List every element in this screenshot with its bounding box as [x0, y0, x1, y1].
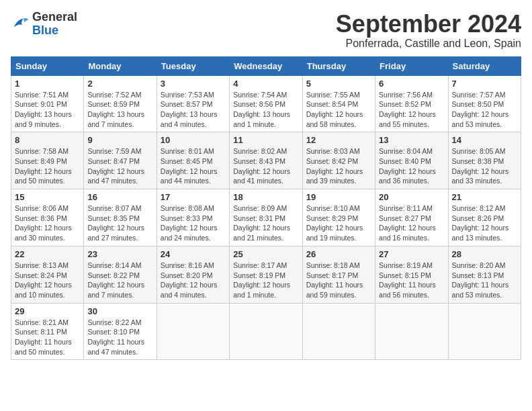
day-number: 10 — [161, 135, 226, 145]
day-details: Sunrise: 8:07 AMSunset: 8:35 PMDaylight:… — [87, 203, 152, 243]
day-details: Sunrise: 7:51 AMSunset: 9:01 PMDaylight:… — [15, 90, 80, 130]
logo-text: General Blue — [32, 11, 77, 38]
calendar-cell: 3Sunrise: 7:53 AMSunset: 8:57 PMDaylight… — [157, 75, 229, 132]
day-number: 21 — [452, 192, 517, 202]
weekday-header-friday: Friday — [375, 56, 448, 75]
calendar-week-row: 8Sunrise: 7:58 AMSunset: 8:49 PMDaylight… — [11, 132, 521, 189]
calendar-cell — [448, 303, 521, 360]
calendar-week-row: 15Sunrise: 8:06 AMSunset: 8:36 PMDayligh… — [11, 189, 521, 246]
day-number: 13 — [379, 135, 444, 145]
day-details: Sunrise: 8:10 AMSunset: 8:29 PMDaylight:… — [306, 203, 371, 243]
calendar-cell: 19Sunrise: 8:10 AMSunset: 8:29 PMDayligh… — [302, 189, 375, 246]
day-details: Sunrise: 8:16 AMSunset: 8:20 PMDaylight:… — [161, 261, 226, 300]
weekday-header-tuesday: Tuesday — [157, 56, 229, 75]
calendar-cell: 26Sunrise: 8:18 AMSunset: 8:17 PMDayligh… — [302, 246, 375, 303]
day-number: 4 — [233, 79, 298, 89]
calendar-title-area: September 2024 Ponferrada, Castille and … — [336, 11, 521, 50]
calendar-cell — [230, 303, 302, 360]
day-number: 15 — [15, 192, 80, 202]
day-details: Sunrise: 7:57 AMSunset: 8:50 PMDaylight:… — [452, 90, 517, 130]
day-details: Sunrise: 8:03 AMSunset: 8:42 PMDaylight:… — [306, 146, 371, 186]
month-title: September 2024 — [336, 11, 521, 38]
day-number: 22 — [15, 249, 80, 259]
day-number: 1 — [15, 79, 80, 89]
day-details: Sunrise: 7:53 AMSunset: 8:57 PMDaylight:… — [161, 90, 226, 130]
day-details: Sunrise: 8:08 AMSunset: 8:33 PMDaylight:… — [161, 203, 226, 243]
weekday-header-row: SundayMondayTuesdayWednesdayThursdayFrid… — [11, 56, 521, 75]
day-number: 12 — [306, 135, 371, 145]
calendar-cell: 29Sunrise: 8:21 AMSunset: 8:11 PMDayligh… — [11, 303, 84, 360]
day-details: Sunrise: 8:05 AMSunset: 8:38 PMDaylight:… — [452, 146, 517, 186]
calendar-cell — [302, 303, 375, 360]
logo-bird-icon — [11, 15, 30, 34]
calendar-cell: 6Sunrise: 7:56 AMSunset: 8:52 PMDaylight… — [375, 75, 448, 132]
calendar-cell: 5Sunrise: 7:55 AMSunset: 8:54 PMDaylight… — [302, 75, 375, 132]
calendar-cell: 12Sunrise: 8:03 AMSunset: 8:42 PMDayligh… — [302, 132, 375, 189]
day-details: Sunrise: 7:56 AMSunset: 8:52 PMDaylight:… — [379, 90, 444, 130]
day-details: Sunrise: 7:55 AMSunset: 8:54 PMDaylight:… — [306, 90, 371, 130]
day-number: 9 — [87, 135, 152, 145]
weekday-header-saturday: Saturday — [448, 56, 521, 75]
day-details: Sunrise: 8:22 AMSunset: 8:10 PMDaylight:… — [87, 318, 152, 357]
day-number: 24 — [161, 249, 226, 259]
day-number: 25 — [233, 249, 298, 259]
calendar-week-row: 29Sunrise: 8:21 AMSunset: 8:11 PMDayligh… — [11, 303, 521, 360]
day-details: Sunrise: 8:01 AMSunset: 8:45 PMDaylight:… — [161, 146, 226, 186]
calendar-cell: 4Sunrise: 7:54 AMSunset: 8:56 PMDaylight… — [230, 75, 302, 132]
calendar-cell: 30Sunrise: 8:22 AMSunset: 8:10 PMDayligh… — [84, 303, 157, 360]
calendar-week-row: 1Sunrise: 7:51 AMSunset: 9:01 PMDaylight… — [11, 75, 521, 132]
day-number: 14 — [452, 135, 517, 145]
day-number: 16 — [87, 192, 152, 202]
calendar-week-row: 22Sunrise: 8:13 AMSunset: 8:24 PMDayligh… — [11, 246, 521, 303]
calendar-cell: 28Sunrise: 8:20 AMSunset: 8:13 PMDayligh… — [448, 246, 521, 303]
day-number: 11 — [233, 135, 298, 145]
day-details: Sunrise: 8:06 AMSunset: 8:36 PMDaylight:… — [15, 203, 80, 243]
calendar-cell: 2Sunrise: 7:52 AMSunset: 8:59 PMDaylight… — [84, 75, 157, 132]
calendar-cell: 11Sunrise: 8:02 AMSunset: 8:43 PMDayligh… — [230, 132, 302, 189]
logo: General Blue — [11, 11, 77, 38]
calendar-cell: 13Sunrise: 8:04 AMSunset: 8:40 PMDayligh… — [375, 132, 448, 189]
weekday-header-thursday: Thursday — [302, 56, 375, 75]
calendar-cell — [375, 303, 448, 360]
calendar-cell: 22Sunrise: 8:13 AMSunset: 8:24 PMDayligh… — [11, 246, 84, 303]
calendar-cell: 20Sunrise: 8:11 AMSunset: 8:27 PMDayligh… — [375, 189, 448, 246]
calendar-cell: 17Sunrise: 8:08 AMSunset: 8:33 PMDayligh… — [157, 189, 229, 246]
calendar-cell: 9Sunrise: 7:59 AMSunset: 8:47 PMDaylight… — [84, 132, 157, 189]
calendar-cell: 25Sunrise: 8:17 AMSunset: 8:19 PMDayligh… — [230, 246, 302, 303]
day-number: 26 — [306, 249, 371, 259]
day-details: Sunrise: 8:14 AMSunset: 8:22 PMDaylight:… — [87, 261, 152, 300]
day-details: Sunrise: 8:09 AMSunset: 8:31 PMDaylight:… — [233, 203, 298, 243]
day-number: 7 — [452, 79, 517, 89]
day-number: 27 — [379, 249, 444, 259]
day-details: Sunrise: 7:52 AMSunset: 8:59 PMDaylight:… — [87, 90, 152, 130]
day-details: Sunrise: 8:11 AMSunset: 8:27 PMDaylight:… — [379, 203, 444, 243]
day-details: Sunrise: 7:59 AMSunset: 8:47 PMDaylight:… — [87, 146, 152, 186]
page-header: General Blue September 2024 Ponferrada, … — [11, 11, 521, 50]
calendar-cell: 1Sunrise: 7:51 AMSunset: 9:01 PMDaylight… — [11, 75, 84, 132]
day-details: Sunrise: 8:04 AMSunset: 8:40 PMDaylight:… — [379, 146, 444, 186]
weekday-header-wednesday: Wednesday — [230, 56, 302, 75]
calendar-cell: 24Sunrise: 8:16 AMSunset: 8:20 PMDayligh… — [157, 246, 229, 303]
day-number: 23 — [87, 249, 152, 259]
calendar-cell: 23Sunrise: 8:14 AMSunset: 8:22 PMDayligh… — [84, 246, 157, 303]
day-details: Sunrise: 8:12 AMSunset: 8:26 PMDaylight:… — [452, 203, 517, 243]
day-details: Sunrise: 8:13 AMSunset: 8:24 PMDaylight:… — [15, 261, 80, 300]
day-details: Sunrise: 8:02 AMSunset: 8:43 PMDaylight:… — [233, 146, 298, 186]
day-number: 18 — [233, 192, 298, 202]
calendar-cell — [157, 303, 229, 360]
calendar-cell: 10Sunrise: 8:01 AMSunset: 8:45 PMDayligh… — [157, 132, 229, 189]
day-number: 29 — [15, 306, 80, 316]
day-details: Sunrise: 8:19 AMSunset: 8:15 PMDaylight:… — [379, 261, 444, 300]
day-details: Sunrise: 7:54 AMSunset: 8:56 PMDaylight:… — [233, 90, 298, 130]
calendar-cell: 8Sunrise: 7:58 AMSunset: 8:49 PMDaylight… — [11, 132, 84, 189]
calendar-cell: 14Sunrise: 8:05 AMSunset: 8:38 PMDayligh… — [448, 132, 521, 189]
calendar-cell: 18Sunrise: 8:09 AMSunset: 8:31 PMDayligh… — [230, 189, 302, 246]
day-number: 30 — [87, 306, 152, 316]
day-details: Sunrise: 8:17 AMSunset: 8:19 PMDaylight:… — [233, 261, 298, 300]
calendar-cell: 7Sunrise: 7:57 AMSunset: 8:50 PMDaylight… — [448, 75, 521, 132]
calendar-cell: 15Sunrise: 8:06 AMSunset: 8:36 PMDayligh… — [11, 189, 84, 246]
day-number: 3 — [161, 79, 226, 89]
day-details: Sunrise: 8:18 AMSunset: 8:17 PMDaylight:… — [306, 261, 371, 300]
day-number: 19 — [306, 192, 371, 202]
calendar-table: SundayMondayTuesdayWednesdayThursdayFrid… — [11, 56, 521, 361]
